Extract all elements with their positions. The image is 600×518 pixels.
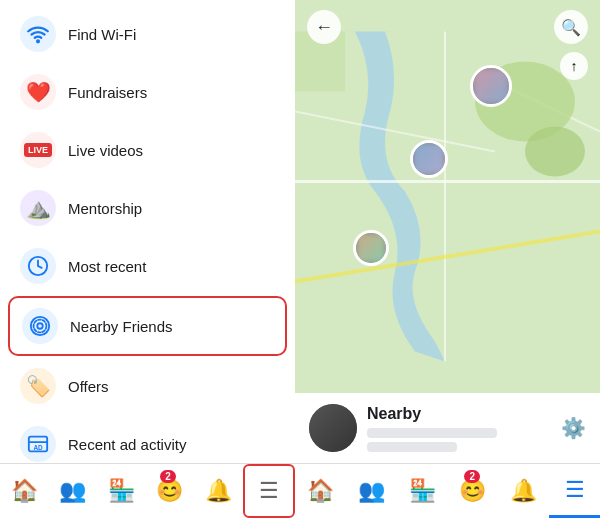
left-bottom-nav: 🏠 👥 🏪 😊 2 🔔 ☰ — [0, 463, 295, 518]
most-recent-icon — [20, 248, 56, 284]
nearby-user-info: Nearby — [367, 405, 561, 452]
left-nav-home[interactable]: 🏠 — [0, 464, 49, 518]
right-home-icon: 🏠 — [307, 478, 334, 504]
right-groups-badge: 2 — [464, 470, 480, 483]
svg-text:AD: AD — [33, 444, 43, 451]
nearby-user-avatar — [309, 404, 357, 452]
right-bell-icon: 🔔 — [510, 478, 537, 504]
svg-point-15 — [525, 127, 585, 177]
friends-icon: 👥 — [59, 478, 86, 504]
ad-icon: AD — [20, 426, 56, 462]
menu-item-fundraisers[interactable]: ❤️ Fundraisers — [8, 64, 287, 120]
settings-gear-icon[interactable]: ⚙️ — [561, 416, 586, 440]
map-search-button[interactable]: 🔍 — [554, 10, 588, 44]
fundraisers-icon: ❤️ — [20, 74, 56, 110]
map-svg — [295, 0, 600, 393]
map-area: ← 🔍 ↑ — [295, 0, 600, 393]
svg-point-4 — [34, 320, 47, 333]
store-icon: 🏪 — [108, 478, 135, 504]
menu-list: Find Wi-Fi ❤️ Fundraisers LIVE Live vide… — [0, 0, 295, 463]
map-pin-1 — [470, 65, 512, 107]
menu-label-live-videos: Live videos — [68, 142, 143, 159]
menu-label-most-recent: Most recent — [68, 258, 146, 275]
left-panel: Find Wi-Fi ❤️ Fundraisers LIVE Live vide… — [0, 0, 295, 518]
right-panel: ← 🔍 ↑ Nearby ⚙️ 🏠 👥 🏪 😊 2 — [295, 0, 600, 518]
menu-item-mentorship[interactable]: ⛰️ Mentorship — [8, 180, 287, 236]
menu-label-find-wifi: Find Wi-Fi — [68, 26, 136, 43]
menu-label-mentorship: Mentorship — [68, 200, 142, 217]
menu-label-offers: Offers — [68, 378, 109, 395]
menu-item-nearby-friends[interactable]: Nearby Friends — [8, 296, 287, 356]
mentorship-icon: ⛰️ — [20, 190, 56, 226]
home-icon: 🏠 — [11, 478, 38, 504]
right-bottom-nav: 🏠 👥 🏪 😊 2 🔔 ☰ — [295, 463, 600, 518]
nearby-user-name-blur — [367, 428, 497, 438]
svg-point-3 — [37, 323, 43, 329]
map-pin-3 — [353, 230, 389, 266]
groups-badge: 2 — [160, 470, 176, 483]
right-store-icon: 🏪 — [409, 478, 436, 504]
map-back-button[interactable]: ← — [307, 10, 341, 44]
menu-item-offers[interactable]: 🏷️ Offers — [8, 358, 287, 414]
left-nav-groups[interactable]: 😊 2 — [146, 464, 195, 518]
left-nav-friends[interactable]: 👥 — [49, 464, 98, 518]
right-nav-bell[interactable]: 🔔 — [498, 464, 549, 518]
right-menu-icon: ☰ — [565, 477, 585, 503]
menu-item-live-videos[interactable]: LIVE Live videos — [8, 122, 287, 178]
map-pin-2 — [410, 140, 448, 178]
svg-point-0 — [37, 40, 39, 42]
menu-label-recent-ad-activity: Recent ad activity — [68, 436, 186, 453]
info-panel: Nearby ⚙️ — [295, 393, 600, 463]
right-nav-friends[interactable]: 👥 — [346, 464, 397, 518]
right-nav-home[interactable]: 🏠 — [295, 464, 346, 518]
right-nav-menu[interactable]: ☰ — [549, 464, 600, 518]
menu-label-fundraisers: Fundraisers — [68, 84, 147, 101]
live-icon: LIVE — [20, 132, 56, 168]
menu-icon: ☰ — [259, 478, 279, 504]
map-header: ← 🔍 — [295, 0, 600, 54]
left-nav-bell[interactable]: 🔔 — [194, 464, 243, 518]
right-nav-groups[interactable]: 😊 2 — [447, 464, 498, 518]
right-nav-store[interactable]: 🏪 — [397, 464, 448, 518]
nearby-user-detail-blur — [367, 442, 457, 452]
nearby-label: Nearby — [367, 405, 561, 423]
menu-item-most-recent[interactable]: Most recent — [8, 238, 287, 294]
map-compass[interactable]: ↑ — [560, 52, 588, 80]
menu-label-nearby-friends: Nearby Friends — [70, 318, 173, 335]
left-nav-store[interactable]: 🏪 — [97, 464, 146, 518]
left-nav-menu[interactable]: ☰ — [243, 464, 296, 518]
right-friends-icon: 👥 — [358, 478, 385, 504]
menu-item-find-wifi[interactable]: Find Wi-Fi — [8, 6, 287, 62]
menu-item-recent-ad-activity[interactable]: AD Recent ad activity — [8, 416, 287, 463]
offers-icon: 🏷️ — [20, 368, 56, 404]
wifi-icon — [20, 16, 56, 52]
nearby-friends-icon — [22, 308, 58, 344]
bell-icon: 🔔 — [205, 478, 232, 504]
